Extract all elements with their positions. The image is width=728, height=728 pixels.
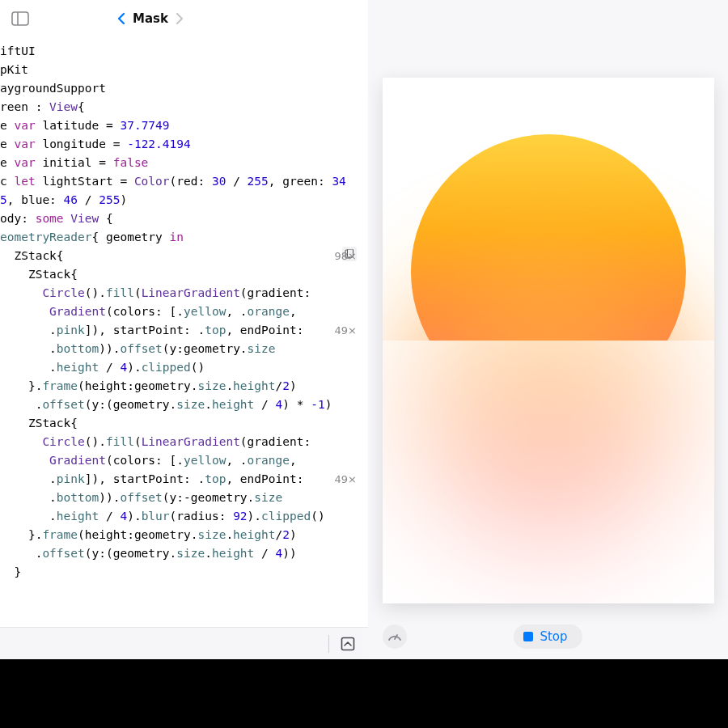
code-line[interactable]: .height / 4).clipped() (0, 358, 368, 377)
sidebar-toggle-icon[interactable] (11, 11, 29, 26)
code-line[interactable]: } (0, 563, 368, 582)
preview-footer: Stop (368, 614, 728, 659)
code-line[interactable]: .offset(y:(geometry.size.height / 4)) (0, 544, 368, 563)
results-toggle-icon[interactable] (337, 633, 358, 654)
code-line[interactable]: Gradient(colors: [.yellow, .orange, (0, 451, 368, 470)
code-line[interactable]: pKit (0, 61, 368, 79)
footer-divider (328, 635, 329, 653)
page-title: Mask (133, 11, 168, 26)
breadcrumb: Mask (116, 11, 184, 26)
code-line[interactable]: eometryReader{ geometry in (0, 228, 368, 247)
editor-footer (0, 627, 368, 659)
live-preview-canvas (383, 78, 714, 603)
code-line[interactable]: e var longitude = -122.4194 (0, 135, 368, 154)
editor-toolbar: Mask (0, 0, 368, 37)
code-line[interactable]: aygroundSupport (0, 79, 368, 98)
performance-gauge-icon[interactable] (383, 624, 407, 649)
code-line[interactable]: c let lightStart = Color(red: 30 / 255, … (0, 172, 368, 191)
execution-count: 49× (335, 470, 357, 489)
nav-forward-button (175, 11, 184, 26)
preview-pane: Stop (368, 0, 728, 659)
editor-pane: Mask iftUIpKitaygroundSupportreen : View… (0, 0, 368, 659)
execution-count: 98× (335, 247, 357, 265)
code-line[interactable]: .height / 4).blur(radius: 92).clipped() (0, 507, 368, 526)
code-line[interactable]: .pink]), startPoint: .top, endPoint:49× (0, 321, 368, 340)
code-line[interactable]: }.frame(height:geometry.size.height/2) (0, 526, 368, 544)
code-line[interactable]: Circle().fill(LinearGradient(gradient: (0, 433, 368, 451)
stop-button[interactable]: Stop (514, 624, 582, 649)
nav-back-button[interactable] (116, 11, 126, 26)
stop-icon (523, 632, 533, 641)
haze-overlay (383, 341, 714, 603)
bottom-letterbox (0, 659, 728, 728)
code-line[interactable]: ZStack{98× (0, 247, 368, 265)
code-line[interactable]: iftUI (0, 42, 368, 61)
code-editor[interactable]: iftUIpKitaygroundSupportreen : View{e va… (0, 37, 368, 627)
code-line[interactable]: .bottom)).offset(y:-geometry.size (0, 489, 368, 507)
code-line[interactable]: 5, blue: 46 / 255) (0, 191, 368, 210)
code-line[interactable]: reen : View{ (0, 98, 368, 116)
code-line[interactable]: ZStack{ (0, 265, 368, 284)
stop-label: Stop (540, 629, 567, 644)
code-line[interactable]: Circle().fill(LinearGradient(gradient: (0, 284, 368, 303)
svg-rect-0 (12, 12, 28, 25)
code-line[interactable]: ody: some View { (0, 210, 368, 228)
code-line[interactable]: }.frame(height:geometry.size.height/2) (0, 377, 368, 396)
execution-count: 49× (335, 321, 357, 340)
canvas-wrap (368, 0, 728, 614)
code-line[interactable]: .offset(y:(geometry.size.height / 4) * -… (0, 396, 368, 414)
workspace: Mask iftUIpKitaygroundSupportreen : View… (0, 0, 728, 659)
code-line[interactable]: ZStack{ (0, 414, 368, 433)
code-line[interactable]: .pink]), startPoint: .top, endPoint:49× (0, 470, 368, 489)
code-line[interactable]: e var initial = false (0, 154, 368, 172)
code-line[interactable]: Gradient(colors: [.yellow, .orange, (0, 303, 368, 321)
code-line[interactable]: .bottom)).offset(y:geometry.size (0, 340, 368, 358)
code-line[interactable]: e var latitude = 37.7749 (0, 116, 368, 135)
svg-rect-4 (342, 637, 354, 650)
